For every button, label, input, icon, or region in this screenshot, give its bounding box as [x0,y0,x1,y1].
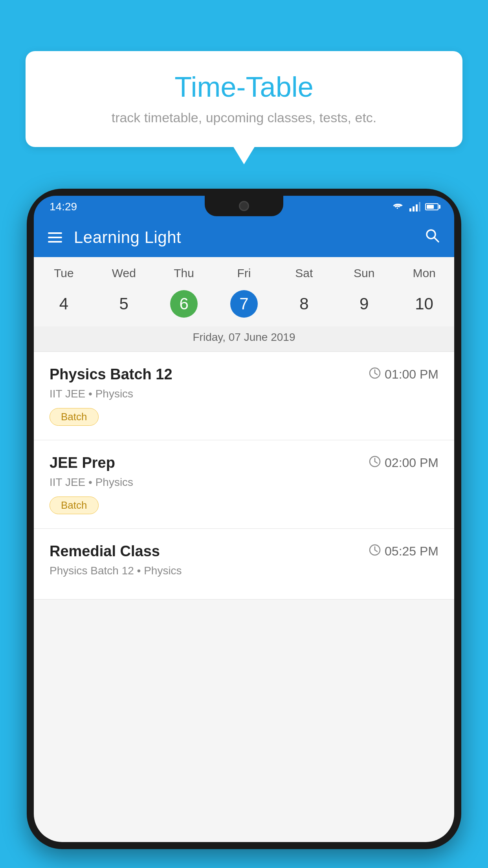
class-time-1: 01:00 PM [369,367,438,382]
calendar-header: Tue Wed Thu Fri Sat Sun Mon 4 5 6 7 [34,257,454,352]
svg-line-9 [375,373,377,375]
clock-icon-3 [369,544,381,559]
class-header-3: Remedial Class 05:25 PM [50,543,438,560]
svg-line-12 [375,462,377,463]
class-item-3[interactable]: Remedial Class 05:25 PM [34,529,454,600]
status-time: 14:29 [50,200,77,213]
class-name-1: Physics Batch 12 [50,366,172,383]
weekday-thu: Thu [154,257,214,285]
date-8[interactable]: 8 [274,290,334,318]
date-4[interactable]: 4 [34,290,94,318]
phone-frame: 14:29 [27,189,461,849]
weekday-sat: Sat [274,257,334,285]
date-row: 4 5 6 7 8 9 10 [34,285,454,326]
weekday-mon: Mon [394,257,454,285]
hamburger-line-2 [48,237,62,238]
class-name-2: JEE Prep [50,454,115,471]
weekday-row: Tue Wed Thu Fri Sat Sun Mon [34,257,454,285]
signal-icon [409,202,420,211]
class-meta-1: IIT JEE • Physics [50,388,438,400]
clock-icon-1 [369,367,381,382]
date-circle-6: 6 [170,290,198,318]
selected-date-label: Friday, 07 June 2019 [34,326,454,352]
status-icons [392,202,438,211]
svg-rect-1 [409,208,411,211]
time-text-1: 01:00 PM [385,367,438,382]
weekday-wed: Wed [94,257,154,285]
svg-line-6 [434,237,438,242]
time-text-3: 05:25 PM [385,544,438,559]
class-item-1[interactable]: Physics Batch 12 01:00 PM [34,352,454,440]
battery-icon [425,203,438,210]
class-header-2: JEE Prep 02:00 PM [50,454,438,471]
class-name-3: Remedial Class [50,543,160,560]
date-circle-7: 7 [230,290,258,318]
date-6[interactable]: 6 [154,285,214,322]
class-time-2: 02:00 PM [369,456,438,471]
app-title: Learning Light [74,228,413,247]
class-time-3: 05:25 PM [369,544,438,559]
class-item-2[interactable]: JEE Prep 02:00 PM [34,440,454,529]
hamburger-line-1 [48,232,62,234]
svg-rect-2 [413,206,415,211]
phone-notch [205,196,283,216]
date-10[interactable]: 10 [394,290,454,318]
class-meta-3: Physics Batch 12 • Physics [50,565,438,577]
search-icon[interactable] [424,228,440,247]
date-7[interactable]: 7 [214,285,274,322]
svg-rect-4 [419,202,420,211]
phone-screen: Tue Wed Thu Fri Sat Sun Mon 4 5 6 7 [34,257,454,842]
date-9[interactable]: 9 [334,290,394,318]
phone-container: 14:29 [27,189,461,868]
weekday-sun: Sun [334,257,394,285]
speech-bubble: Time-Table track timetable, upcoming cla… [26,51,462,147]
speech-bubble-container: Time-Table track timetable, upcoming cla… [26,51,462,147]
class-header-1: Physics Batch 12 01:00 PM [50,366,438,383]
class-meta-2: IIT JEE • Physics [50,476,438,489]
phone-camera [239,201,249,211]
weekday-tue: Tue [34,257,94,285]
clock-icon-2 [369,456,381,471]
class-list: Physics Batch 12 01:00 PM [34,352,454,600]
weekday-fri: Fri [214,257,274,285]
wifi-icon [392,202,405,211]
time-text-2: 02:00 PM [385,456,438,470]
bubble-subtitle: track timetable, upcoming classes, tests… [49,110,439,125]
batch-badge-1: Batch [50,408,99,426]
batch-badge-2: Batch [50,497,99,514]
svg-point-0 [397,208,398,209]
bubble-title: Time-Table [49,71,439,103]
date-5[interactable]: 5 [94,290,154,318]
hamburger-menu-icon[interactable] [48,232,62,243]
svg-rect-3 [416,204,418,211]
svg-line-15 [375,550,377,552]
hamburger-line-3 [48,241,62,243]
app-bar: Learning Light [34,218,454,257]
